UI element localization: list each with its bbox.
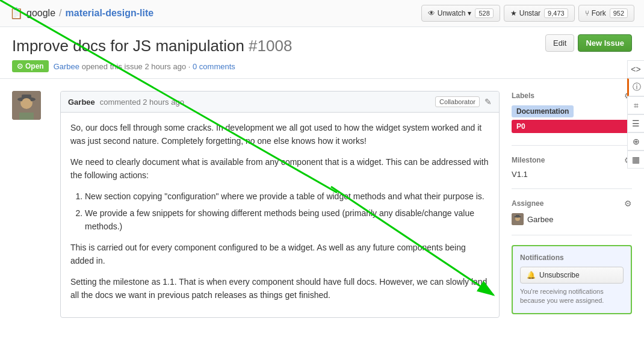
edge-chart-icon[interactable]: ▦ [627,151,644,169]
comment-time: commented 2 hours ago [100,98,184,107]
assignee-name: Garbee [527,215,553,224]
open-badge: ⊙ Open [12,60,49,72]
top-actions: 👁 Unwatch ▾ 528 ★ Unstar 9,473 ⑂ Fork 95… [421,5,634,22]
watch-dropdown-icon: ▾ [468,9,471,17]
issue-meta-text: Garbee opened this issue 2 hours ago · 0… [54,62,235,71]
avatar [12,91,41,120]
unsubscribe-label: Unsubscribe [539,271,580,279]
labels-title: Labels [512,92,534,100]
issue-action-buttons: Edit New Issue [545,34,632,52]
edge-pin-icon[interactable]: ⊕ [627,132,644,151]
list-item: We provide a few snippets for showing di… [85,206,489,234]
notifications-box: Notifications 🔔 Unsubscribe You're recei… [512,245,632,314]
right-sidebar: Labels ⚙ Documentation P0 Milestone ⚙ V1… [512,91,632,318]
comment-header: Garbee commented 2 hours ago Collaborato… [61,92,499,113]
comments-link[interactable]: 0 comments [193,62,235,71]
label-documentation[interactable]: Documentation [512,105,574,117]
labels-list: Documentation P0 [512,105,632,133]
comment-header-right: Collaborator ✎ [435,96,492,107]
repo-icon: 📋 [10,7,23,20]
star-icon: ★ [510,9,517,17]
issue-header: Improve docs for JS manipulation #1008 E… [0,27,644,79]
comment-paragraph-4: Setting the milestone as 1.1. That is wh… [70,275,489,302]
unsubscribe-icon: 🔔 [527,271,536,279]
star-button[interactable]: ★ Unstar 9,473 [504,5,575,22]
edge-code-icon[interactable]: <> [627,60,644,78]
fork-count: 952 [610,8,628,18]
milestone-header: Milestone ⚙ [512,155,632,165]
comment-edit-icon[interactable]: ✎ [485,97,492,107]
label-p0[interactable]: P0 [512,120,632,133]
star-label: Unstar [519,9,540,17]
edge-list-icon[interactable]: ☰ [627,114,644,132]
open-label: Open [25,62,44,70]
notifications-description: You're receiving notifications because y… [520,287,624,306]
assignee-gear-icon[interactable]: ⚙ [624,199,632,208]
assignee-row: Garbee [512,213,632,225]
issue-time: 2 hours ago [144,62,186,71]
assignee-header: Assignee ⚙ [512,199,632,208]
svg-rect-9 [516,215,519,217]
repo-slash: / [59,8,61,19]
svg-rect-4 [19,113,34,120]
repo-owner-link[interactable]: google [26,8,55,19]
issue-title: Improve docs for JS manipulation #1008 [12,37,292,55]
comment-box: Garbee commented 2 hours ago Collaborato… [60,91,500,318]
assignee-avatar [512,213,524,225]
comment-list: New section copying "configuration" wher… [85,190,489,234]
list-item: New section copying "configuration" wher… [85,190,489,203]
assignee-title: Assignee [512,199,543,208]
issue-number: #1008 [249,37,292,55]
watch-count: 528 [475,8,493,18]
author-link[interactable]: Garbee [54,62,79,71]
repo-name-link[interactable]: material-design-lite [66,8,154,19]
notifications-title: Notifications [520,253,624,262]
collaborator-badge: Collaborator [435,96,480,107]
comment-author-info: Garbee commented 2 hours ago [68,97,184,107]
fork-icon: ⑂ [585,9,589,17]
comment-author: Garbee [68,98,95,107]
left-sidebar [12,91,48,318]
comment-paragraph-1: So, our docs fell through some cracks. I… [70,121,489,148]
comment-body: So, our docs fell through some cracks. I… [61,113,499,317]
repo-info: 📋 google / material-design-lite [10,7,153,20]
comment-paragraph-2: We need to clearly document what is avai… [70,155,489,182]
svg-point-5 [22,98,31,108]
edge-icons: <> ⓘ ⌗ ☰ ⊕ ▦ [627,60,644,169]
labels-header: Labels ⚙ [512,91,632,101]
star-count: 9,473 [544,8,568,18]
open-icon: ⊙ [17,62,23,70]
watch-button[interactable]: 👁 Unwatch ▾ 528 [421,5,500,22]
top-bar: 📋 google / material-design-lite 👁 Unwatc… [0,0,644,27]
main-content: Garbee commented 2 hours ago Collaborato… [0,79,644,330]
labels-section: Labels ⚙ Documentation P0 [512,91,632,146]
edge-nav-icon[interactable]: ⌗ [627,96,644,114]
edit-button[interactable]: Edit [545,34,574,52]
milestone-value: V1.1 [512,170,632,179]
comment-section: Garbee commented 2 hours ago Collaborato… [60,91,500,318]
assignee-section: Assignee ⚙ Garbee [512,199,632,235]
watch-label: Unwatch [438,9,466,17]
fork-label: Fork [592,9,606,17]
milestone-title: Milestone [512,156,545,164]
milestone-section: Milestone ⚙ V1.1 [512,155,632,189]
fork-button[interactable]: ⑂ Fork 952 [578,5,634,22]
unsubscribe-button[interactable]: 🔔 Unsubscribe [520,267,624,284]
edge-info-icon[interactable]: ⓘ [627,78,644,96]
watch-icon: 👁 [428,9,435,17]
issue-meta: ⊙ Open Garbee opened this issue 2 hours … [12,60,632,72]
new-issue-button[interactable]: New Issue [578,34,632,52]
comment-paragraph-3: This is carried out for every component … [70,241,489,268]
